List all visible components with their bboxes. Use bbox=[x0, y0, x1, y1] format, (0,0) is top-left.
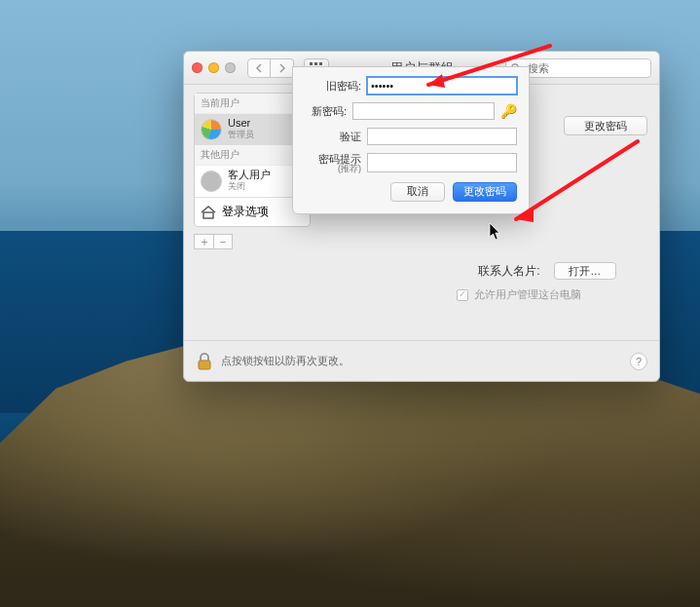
minimize-window-button[interactable] bbox=[208, 62, 219, 73]
user-name: User bbox=[228, 118, 254, 129]
allow-admin-checkbox[interactable] bbox=[457, 289, 468, 301]
verify-password-label: 验证 bbox=[305, 131, 361, 142]
add-remove-user: ＋ － bbox=[194, 234, 311, 249]
avatar-icon bbox=[201, 119, 222, 140]
allow-admin-label: 允许用户管理这台电脑 bbox=[474, 287, 581, 302]
cursor-icon bbox=[489, 222, 502, 242]
remove-user-button[interactable]: － bbox=[213, 234, 233, 249]
svg-rect-0 bbox=[310, 62, 313, 65]
verify-password-input[interactable] bbox=[367, 128, 517, 145]
search-input[interactable] bbox=[526, 61, 646, 75]
window-controls bbox=[192, 62, 236, 73]
lock-icon[interactable] bbox=[196, 352, 213, 371]
password-hint-input[interactable] bbox=[367, 153, 517, 172]
house-icon bbox=[201, 206, 216, 219]
new-password-label: 新密码: bbox=[305, 105, 347, 117]
close-window-button[interactable] bbox=[192, 62, 203, 73]
svg-rect-8 bbox=[203, 212, 213, 218]
password-hint-sublabel: (推荐) bbox=[305, 165, 361, 174]
contact-card-row: 联系人名片: 打开… bbox=[447, 262, 647, 280]
avatar-icon bbox=[201, 171, 222, 192]
old-password-input[interactable] bbox=[367, 77, 517, 95]
add-user-button[interactable]: ＋ bbox=[194, 234, 213, 249]
nav-back-forward bbox=[247, 58, 294, 78]
confirm-change-password-button[interactable]: 更改密码 bbox=[453, 182, 517, 202]
guest-role: 关闭 bbox=[228, 180, 271, 193]
lock-hint-text: 点按锁按钮以防再次更改。 bbox=[221, 354, 350, 368]
svg-marker-10 bbox=[490, 223, 499, 240]
guest-name: 客人用户 bbox=[228, 170, 271, 180]
svg-rect-1 bbox=[314, 62, 317, 65]
zoom-window-button[interactable] bbox=[225, 62, 236, 73]
open-contact-button[interactable]: 打开… bbox=[554, 262, 616, 280]
user-role: 管理员 bbox=[228, 129, 254, 141]
login-options-label: 登录选项 bbox=[222, 204, 269, 220]
key-icon[interactable]: 🔑 bbox=[500, 103, 517, 119]
new-password-input[interactable] bbox=[352, 102, 495, 120]
window-footer: 点按锁按钮以防再次更改。 ? bbox=[184, 340, 659, 381]
contact-card-label: 联系人名片: bbox=[478, 263, 539, 280]
cancel-button[interactable]: 取消 bbox=[390, 182, 445, 202]
nav-forward-button[interactable] bbox=[271, 58, 294, 78]
help-button[interactable]: ? bbox=[630, 353, 647, 370]
svg-rect-9 bbox=[199, 360, 210, 369]
old-password-label: 旧密码: bbox=[305, 80, 361, 92]
chevron-left-icon bbox=[255, 63, 263, 73]
svg-rect-2 bbox=[319, 62, 322, 65]
change-password-button[interactable]: 更改密码 bbox=[564, 116, 647, 135]
chevron-right-icon bbox=[278, 63, 286, 73]
change-password-sheet: 旧密码: 新密码: 🔑 验证 密码提示 (推荐) 取消 更改密码 bbox=[292, 66, 530, 214]
nav-back-button[interactable] bbox=[247, 58, 271, 78]
allow-admin-row: 允许用户管理这台电脑 bbox=[457, 287, 581, 302]
